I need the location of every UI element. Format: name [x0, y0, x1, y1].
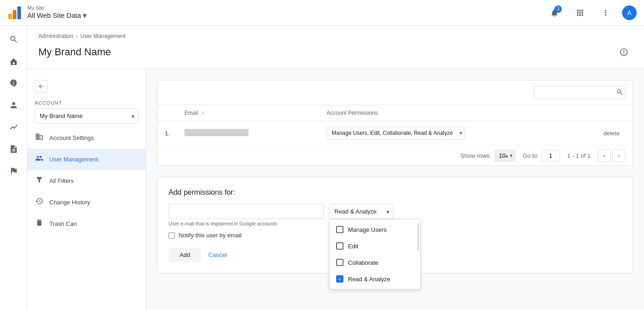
table-search-row [158, 80, 633, 105]
show-rows-control: Show rows: 10 25 50 ▲▼ [460, 150, 515, 161]
table-row: 1. Manage Users, Edit, Collaborate, Read… [158, 121, 633, 145]
collaborate-checkbox [336, 259, 343, 266]
apps-button[interactable] [571, 4, 589, 22]
sidebar-home-button[interactable] [4, 51, 24, 71]
topbar: My Site All Web Site Data ▾ 3 A [0, 0, 644, 26]
add-email-input[interactable] [169, 204, 324, 219]
dropdown-item-read-analyze[interactable]: Read & Analyze [330, 271, 420, 287]
table-section: Email ↑ Account Permissions [157, 80, 633, 166]
account-section: ACCOUNT My Brand Name ▾ [27, 100, 146, 123]
table-header-row: Email ↑ Account Permissions [158, 105, 633, 121]
more-options-button[interactable] [596, 4, 615, 22]
rows-per-page-select[interactable]: 10 25 50 [495, 150, 515, 161]
svg-rect-0 [8, 14, 12, 19]
change-history-icon [35, 197, 44, 208]
property-selector[interactable]: All Web Site Data ▾ [27, 11, 87, 21]
notification-badge: 3 [554, 5, 562, 13]
email-hint: User e-mail that is registered in Google… [169, 221, 324, 226]
goto-input[interactable] [542, 150, 560, 161]
permissions-cell: Manage Users, Edit, Collaborate, Read & … [319, 121, 596, 145]
ga-logo [7, 5, 22, 20]
add-permissions-title: Add permissions for: [169, 188, 622, 197]
account-select-wrapper: My Brand Name ▾ [35, 108, 138, 123]
data-table: Email ↑ Account Permissions [158, 105, 633, 145]
role-select[interactable]: Read & Analyze [329, 204, 393, 219]
next-page-button[interactable]: › [612, 149, 625, 162]
dropdown-scrollbar [417, 223, 419, 251]
cancel-button[interactable]: Cancel [208, 251, 227, 258]
page-header: Administration › User Management My Bran… [27, 26, 644, 69]
delete-button[interactable]: delete [603, 130, 619, 137]
permission-select[interactable]: Manage Users, Edit, Collaborate, Read & … [327, 127, 465, 139]
goto-control: Go to: [523, 150, 560, 161]
notify-label: Notify this user by email [179, 232, 242, 239]
sidebar-audience-button[interactable] [4, 95, 24, 115]
dropdown-item-manage-users[interactable]: Manage Users [330, 221, 420, 238]
user-management-icon [35, 154, 44, 165]
sidebar-search-button[interactable] [4, 29, 24, 49]
search-button[interactable] [616, 88, 623, 97]
property-dropdown-arrow: ▾ [83, 11, 87, 21]
sort-arrow-icon: ↑ [201, 110, 204, 116]
back-section [27, 76, 146, 96]
pagination-row: Show rows: 10 25 50 ▲▼ Go [158, 145, 633, 166]
sidebar-flag-button[interactable] [4, 161, 24, 181]
sidebar-behavior-button[interactable] [4, 139, 24, 159]
role-dropdown: Manage Users Edit Collaborate [329, 219, 421, 289]
back-button[interactable] [35, 80, 48, 93]
nav-item-change-history-label: Change History [49, 199, 90, 206]
add-button[interactable]: Add [169, 248, 201, 262]
icon-sidebar [0, 26, 27, 310]
breadcrumb-parent[interactable]: Administration [38, 33, 73, 39]
show-rows-label: Show rows: [460, 152, 491, 159]
user-avatar[interactable]: A [622, 5, 637, 20]
app-body: Administration › User Management My Bran… [0, 26, 644, 310]
sidebar-acquisition-button[interactable] [4, 117, 24, 137]
dropdown-item-collaborate[interactable]: Collaborate [330, 254, 420, 271]
delete-cell: delete [596, 121, 633, 145]
all-filters-icon [35, 176, 44, 186]
nav-item-all-filters-label: All Filters [49, 177, 74, 184]
main-content: Administration › User Management My Bran… [27, 26, 644, 310]
site-name: My Site [27, 5, 87, 11]
help-button[interactable] [615, 43, 633, 61]
content-wrapper: ACCOUNT My Brand Name ▾ Account Settings [27, 69, 644, 310]
notify-checkbox[interactable] [169, 232, 175, 239]
nav-item-all-filters[interactable]: All Filters [27, 170, 146, 192]
email-input-wrapper: User e-mail that is registered in Google… [169, 204, 324, 226]
svg-rect-2 [17, 6, 21, 19]
topbar-left: My Site All Web Site Data ▾ [7, 5, 87, 21]
nav-item-trash-can[interactable]: Trash Can [27, 213, 146, 235]
property-label: All Web Site Data [27, 11, 81, 19]
col-permissions-header: Account Permissions [319, 105, 596, 121]
read-analyze-checkbox [336, 275, 343, 283]
sidebar-realtime-button[interactable] [4, 73, 24, 93]
account-select[interactable]: My Brand Name [35, 108, 138, 123]
nav-item-account-settings-label: Account Settings [49, 134, 94, 141]
role-select-wrapper: Read & Analyze ▾ Manage Users [329, 204, 393, 219]
right-panel: Email ↑ Account Permissions [146, 69, 644, 310]
nav-item-user-management[interactable]: User Management [27, 149, 146, 170]
permission-select-wrapper: Manage Users, Edit, Collaborate, Read & … [327, 127, 465, 139]
nav-item-account-settings[interactable]: Account Settings [27, 127, 146, 149]
col-email-header[interactable]: Email ↑ [177, 105, 319, 121]
page-title: My Brand Name [38, 46, 111, 58]
breadcrumb-current: User Management [80, 33, 126, 39]
row-number: 1. [158, 121, 177, 145]
nav-item-change-history[interactable]: Change History [27, 192, 146, 213]
goto-label: Go to: [523, 152, 538, 159]
dropdown-item-edit[interactable]: Edit [330, 238, 420, 254]
svg-rect-1 [13, 10, 16, 19]
add-permissions-section: Add permissions for: User e-mail that is… [157, 177, 633, 273]
search-input[interactable] [534, 86, 625, 99]
page-info: 1 - 1 of 1 [567, 152, 591, 159]
page-title-row: My Brand Name [38, 43, 633, 69]
email-blur [185, 129, 248, 136]
edit-checkbox [336, 242, 343, 250]
prev-page-button[interactable]: ‹ [598, 149, 611, 162]
notifications-button[interactable]: 3 [545, 4, 564, 22]
nav-item-user-management-label: User Management [49, 156, 98, 163]
pagination-arrows: ‹ › [598, 149, 625, 162]
nav-item-trash-can-label: Trash Can [49, 220, 77, 227]
edit-label: Edit [348, 243, 358, 250]
